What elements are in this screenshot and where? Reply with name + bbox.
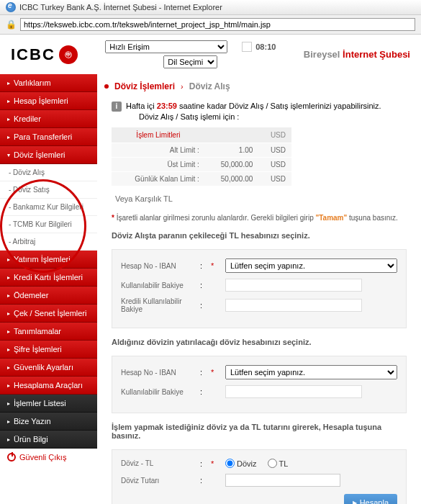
sidebar-item-hesaplama[interactable]: ▸Hesaplama Araçları xyxy=(0,377,97,395)
logo-text: ICBC xyxy=(11,45,55,64)
logo: ICBC ㊥ xyxy=(11,45,78,64)
hesap-select-1[interactable]: Lütfen seçim yapınız. xyxy=(225,258,397,273)
tutar-input[interactable] xyxy=(225,474,340,487)
url-bar: 🔒 xyxy=(0,15,421,35)
info-box: i Hafta içi 23:59 saatine kadar Döviz Al… xyxy=(104,99,414,124)
submenu-doviz-alis[interactable]: Döviz Alış xyxy=(0,164,97,181)
tutar-label: Döviz Tutarı xyxy=(121,477,193,485)
radio-tl[interactable]: TL xyxy=(268,459,289,468)
bakiye-display-1 xyxy=(225,279,362,292)
window-title: ICBC Turkey Bank A.Ş. İnternet Şubesi - … xyxy=(19,3,222,12)
sidebar-item-krediler[interactable]: ▸Krediler xyxy=(0,110,97,128)
sidebar-item-islemler[interactable]: ▸İşlemler Listesi xyxy=(0,395,97,413)
form-panel-3: Döviz - TL : * Döviz TL Döviz Tutarı : H… xyxy=(112,449,407,504)
hesap-label-2: Hesap No - IBAN xyxy=(121,369,193,377)
lock-icon: 🔒 xyxy=(6,19,17,30)
breadcrumb-sub: Döviz Alış xyxy=(189,81,230,91)
sidebar-item-cek-senet[interactable]: ▸Çek / Senet İşlemleri xyxy=(0,305,97,323)
hesap-label: Hesap No - IBAN xyxy=(121,262,193,270)
kredili-display xyxy=(225,299,362,312)
sidebar-item-para-transfer[interactable]: ▸Para Transferleri xyxy=(0,128,97,146)
time-box-icon xyxy=(242,42,252,52)
time-display: 08:10 xyxy=(255,42,276,51)
submenu-arbitraj[interactable]: Arbitraj xyxy=(0,233,97,251)
breadcrumb-separator: › xyxy=(181,82,184,91)
content: Döviz İşlemleri › Döviz Alış i Hafta içi… xyxy=(97,74,421,504)
ie-icon xyxy=(6,2,16,12)
sidebar-item-hesap[interactable]: ▸Hesap İşlemleri xyxy=(0,92,97,110)
hesap-select-2[interactable]: Lütfen seçim yapınız. xyxy=(225,365,397,379)
sidebar-item-guvenlik[interactable]: ▸Güvenlik Ayarları xyxy=(0,359,97,377)
submenu-doviz-satis[interactable]: Döviz Satış xyxy=(0,181,97,199)
kredili-label: Kredili Kullanılabilir Bakiye xyxy=(121,297,193,313)
sidebar-item-tanimlamalar[interactable]: ▸Tanımlamalar xyxy=(0,323,97,341)
sidebar-item-urun-bilgi[interactable]: ▸Ürün Bilgi xyxy=(0,431,97,449)
breadcrumb-bullet-icon xyxy=(104,84,109,89)
submenu-kur-bilgileri[interactable]: Bankamız Kur Bilgileri xyxy=(0,199,97,216)
section2-title: Aldığınız dövizin yatırılacağı döviz hes… xyxy=(104,332,414,352)
sidebar-item-varliklarim[interactable]: ▸Varlıklarım xyxy=(0,74,97,92)
sidebar-item-odemeler[interactable]: ▸Ödemeler xyxy=(0,287,97,305)
sidebar-item-doviz[interactable]: ▾Döviz İşlemleri xyxy=(0,146,97,164)
required-note: * İşaretli alanlar girilmesi zorunlu ala… xyxy=(104,210,414,225)
radio-doviz[interactable]: Döviz xyxy=(225,459,257,468)
sidebar-item-kredi-karti[interactable]: ▸Kredi Kartı İşlemleri xyxy=(0,269,97,287)
or-text: Veya Karşılık TL xyxy=(104,193,414,210)
sidebar-item-bize-yazin[interactable]: ▸Bize Yazın xyxy=(0,413,97,431)
sidebar-item-yatirim[interactable]: ▸Yatırım İşlemleri xyxy=(0,251,97,269)
form-panel-1: Hesap No - IBAN : * Lütfen seçim yapınız… xyxy=(112,249,407,328)
logo-badge: ㊥ xyxy=(59,45,78,64)
calculate-button[interactable]: Hesapla xyxy=(344,494,397,504)
bakiye-display-2 xyxy=(225,385,362,398)
info-icon: i xyxy=(112,102,122,112)
form-panel-2: Hesap No - IBAN : * Lütfen seçim yapınız… xyxy=(112,356,407,413)
window-title-bar: ICBC Turkey Bank A.Ş. İnternet Şubesi - … xyxy=(0,0,421,15)
sidebar: ▸Varlıklarım ▸Hesap İşlemleri ▸Krediler … xyxy=(0,74,97,504)
breadcrumb-main: Döviz İşlemleri xyxy=(114,81,175,91)
breadcrumb: Döviz İşlemleri › Döviz Alış xyxy=(104,74,414,99)
bakiye-label-2: Kullanılabilir Bakiye xyxy=(121,388,193,396)
logout-button[interactable]: Güvenli Çıkış xyxy=(0,449,97,466)
power-icon xyxy=(7,453,16,462)
section3-title: İşlem yapmak istediğiniz döviz ya da TL … xyxy=(104,417,414,446)
sidebar-item-sifre[interactable]: ▸Şifre İşlemleri xyxy=(0,341,97,359)
url-input[interactable] xyxy=(20,18,415,31)
bakiye-label: Kullanılabilir Bakiye xyxy=(121,282,193,289)
language-select[interactable]: Dil Seçimi xyxy=(163,55,217,68)
quick-access-select[interactable]: Hızlı Erişim xyxy=(105,40,227,53)
doviz-tl-label: Döviz - TL xyxy=(121,459,193,467)
submenu-tcmb-kur[interactable]: TCMB Kur Bilgileri xyxy=(0,216,97,233)
header: ICBC ㊥ Hızlı Erişim 08:10 Dil Seçimi Bir… xyxy=(0,35,421,74)
brand-text: Bireysel İnternet Şubesi xyxy=(304,49,410,60)
limits-table: İşlem LimitleriUSD Alt Limit :1.00USD Üs… xyxy=(112,127,291,186)
section1-title: Döviz Alışta paranın çekileceği TL hesab… xyxy=(104,225,414,246)
